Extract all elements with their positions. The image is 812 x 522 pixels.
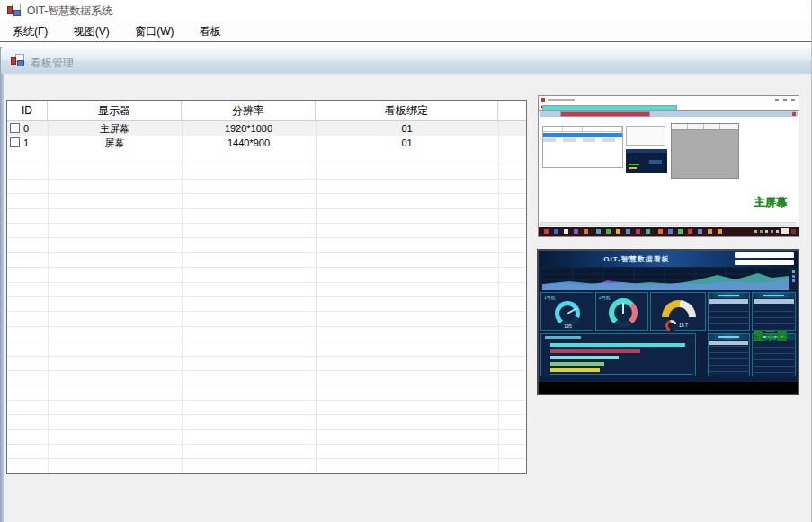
dashboard-preview-image: OIT-智慧数据看板 bbox=[537, 249, 799, 395]
row-checkbox[interactable] bbox=[10, 123, 20, 133]
mini-selected-row bbox=[543, 133, 622, 137]
dashboard-gauge-2: 2号机 bbox=[595, 292, 648, 331]
mini-tray-clock bbox=[781, 228, 789, 234]
dashboard-title: OIT-智慧数据看板 bbox=[569, 254, 704, 264]
menu-kanban[interactable]: 看板 bbox=[189, 20, 232, 41]
gauge1-label: 1号机 bbox=[544, 295, 556, 300]
mini-close-icon bbox=[792, 112, 796, 116]
dashboard-select-box bbox=[735, 260, 794, 265]
dashboard-preview-label: 显示器 bbox=[753, 328, 788, 344]
cell-binding: 01 bbox=[316, 136, 498, 150]
dashboard-select-box bbox=[735, 252, 794, 258]
mini-dashboard-thumbnail bbox=[626, 149, 667, 173]
child-window-title: 看板管理 bbox=[31, 56, 74, 71]
gauge2-label: 2号机 bbox=[599, 295, 611, 300]
menu-window[interactable]: 窗口(W) bbox=[124, 20, 184, 41]
cell-resolution: 1440*900 bbox=[182, 136, 316, 150]
dashboard-gauge-1: 1号机 195 bbox=[540, 292, 593, 331]
menu-system[interactable]: 系统(F) bbox=[2, 20, 58, 41]
mini-scrollbar bbox=[540, 222, 796, 226]
screen-preview-label: 主屏幕 bbox=[754, 195, 787, 210]
child-window-icon bbox=[11, 54, 25, 67]
cell-id: 1 bbox=[23, 137, 29, 148]
mini-taskbar bbox=[539, 227, 799, 236]
cell-display: 屏幕 bbox=[48, 136, 182, 150]
mdi-area: 看板管理 显示标记 关闭标记 ID 显示器 分辨率 看板绑定 0 主屏幕 192… bbox=[0, 42, 812, 522]
app-icon bbox=[7, 4, 22, 17]
mini-button bbox=[560, 111, 650, 117]
child-titlebar: 看板管理 bbox=[1, 47, 811, 74]
main-window: OIT-智慧数据系统 系统(F) 视图(V) 窗口(W) 看板 看板管理 显示标… bbox=[0, 0, 812, 522]
mini-app-icon bbox=[541, 98, 545, 102]
child-window-left-border bbox=[0, 47, 4, 522]
column-header-display[interactable]: 显示器 bbox=[48, 101, 182, 120]
dashboard-area-chart bbox=[542, 269, 789, 290]
gauge1-value: 195 bbox=[541, 323, 594, 329]
cell-display: 主屏幕 bbox=[48, 121, 182, 136]
cell-binding: 01 bbox=[316, 121, 498, 136]
window-title: OIT-智慧数据系统 bbox=[27, 4, 112, 19]
menu-view[interactable]: 视图(V) bbox=[63, 20, 120, 41]
dashboard-table-1 bbox=[708, 292, 750, 331]
mini-dashboard: OIT-智慧数据看板 bbox=[539, 251, 798, 382]
dashboard-table-2 bbox=[752, 292, 796, 331]
mini-button bbox=[542, 105, 677, 111]
dashboard-donut-gauge: 19.7 bbox=[650, 292, 706, 331]
dashboard-table-3 bbox=[708, 333, 750, 376]
small-gauge-value: 19.7 bbox=[679, 323, 688, 328]
table-row[interactable]: 1 屏幕 1440*900 01 bbox=[7, 136, 526, 150]
cell-id: 0 bbox=[23, 123, 29, 134]
dashboard-legend bbox=[792, 270, 796, 284]
mini-preview-box bbox=[626, 126, 665, 146]
table-row[interactable]: 0 主屏幕 1920*1080 01 bbox=[7, 121, 526, 136]
dashboard-header: OIT-智慧数据看板 bbox=[539, 251, 798, 267]
table-header: ID 显示器 分辨率 看板绑定 bbox=[7, 101, 526, 121]
mini-window-controls bbox=[775, 99, 795, 101]
table-empty-rows bbox=[7, 150, 526, 473]
cell-resolution: 1920*1080 bbox=[182, 121, 316, 136]
row-checkbox[interactable] bbox=[10, 137, 20, 147]
monitor-table: ID 显示器 分辨率 看板绑定 0 主屏幕 1920*1080 01 1 屏幕 … bbox=[6, 100, 527, 474]
screen-preview-image: 主屏幕 bbox=[538, 95, 799, 237]
titlebar: OIT-智慧数据系统 bbox=[0, 0, 812, 20]
dashboard-letterbox bbox=[539, 382, 798, 395]
menubar: 系统(F) 视图(V) 窗口(W) 看板 bbox=[0, 20, 812, 42]
column-header-filler bbox=[498, 101, 526, 120]
dashboard-bar-chart bbox=[540, 333, 696, 376]
column-header-resolution[interactable]: 分辨率 bbox=[182, 101, 316, 120]
mini-titlebar bbox=[539, 96, 799, 103]
mini-table bbox=[542, 126, 623, 168]
column-header-id[interactable]: ID bbox=[7, 101, 48, 120]
mini-gray-window bbox=[671, 123, 739, 179]
column-header-binding[interactable]: 看板绑定 bbox=[316, 101, 498, 120]
